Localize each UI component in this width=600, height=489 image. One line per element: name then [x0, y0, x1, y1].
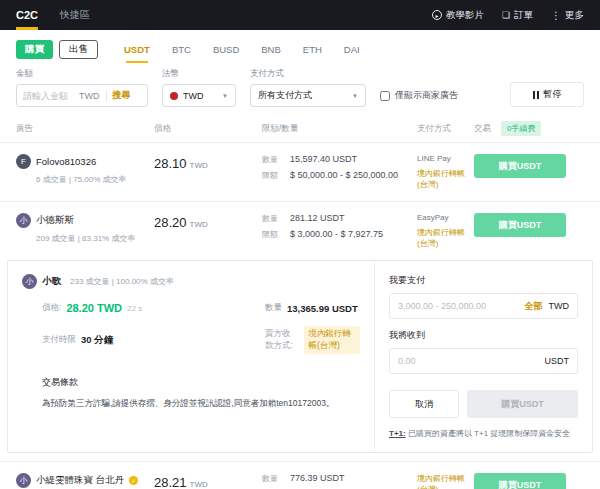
header-limit-qty: 限額/數量 [262, 123, 417, 135]
receive-currency: USDT [545, 356, 570, 366]
avatar: 小 [16, 213, 31, 228]
header-price: 價格 [154, 123, 262, 135]
receive-label: 我將收到 [389, 329, 578, 342]
seller-info[interactable]: 小 小緹雯體珠寶 台北丹 ✓ 587 成交量 | 100.00% 成交率 [16, 473, 154, 489]
header-ad: 廣告 [16, 123, 154, 135]
seller-name[interactable]: 小歌 [42, 275, 61, 288]
price-countdown: 22 s [127, 304, 142, 313]
buy-usdt-button[interactable]: 購買USDT [474, 154, 566, 178]
price-currency: TWD [190, 161, 208, 170]
orders-link[interactable]: ❏ 訂單 [502, 9, 533, 22]
seller-stats: 233 成交量 | 100.00% 成交率 [70, 276, 174, 287]
merchant-only-option: 僅顯示商家廣告 [380, 84, 458, 107]
qty-value: 776.39 USDT [290, 473, 345, 484]
merchant-only-label: 僅顯示商家廣告 [395, 89, 458, 102]
header-payment: 支付方式 [417, 123, 474, 135]
pause-button[interactable]: 暫停 [510, 82, 584, 107]
amount-currency: TWD [79, 91, 100, 101]
payment-method: 境內銀行轉帳(台灣) [417, 473, 470, 489]
amount-input-group: TWD 搜尋 [16, 84, 148, 107]
qty-value: 15,597.40 USDT [290, 154, 357, 165]
search-button[interactable]: 搜尋 [113, 89, 131, 102]
merchant-only-checkbox[interactable] [380, 91, 390, 101]
avatar: 小 [22, 274, 37, 289]
price-label: 價格: [42, 302, 61, 314]
offer-detail-panel: 小 小歌 233 成交量 | 100.00% 成交率 價格: 28.20 TWD… [8, 261, 374, 452]
payment-cell: LINE Pay 境內銀行轉帳(台灣) [417, 154, 474, 190]
trade-terms: 交易條款 為預防第三方詐騙,請提供存摺、身分證並視訊認證,同意者加賴ten101… [42, 376, 360, 410]
spacer [0, 453, 600, 461]
table-header: 廣告 價格 限額/數量 支付方式 交易 0手續費 [0, 117, 600, 142]
price-cell: 28.10TWD [154, 154, 262, 172]
cancel-button[interactable]: 取消 [389, 390, 459, 418]
seller-stats: 209 成交量 | 83.31% 成交率 [16, 233, 154, 244]
tab-busd[interactable]: BUSD [213, 38, 239, 61]
terms-body: 為預防第三方詐騙,請提供存摺、身分證並視訊認證,同意者加賴ten10172003… [42, 397, 360, 410]
verified-badge-icon: ✓ [129, 476, 138, 485]
bank-transfer-tag: 境內銀行轉帳(台灣) [304, 326, 360, 354]
zero-fee-badge: 0手續費 [501, 121, 541, 136]
price-currency: TWD [190, 480, 208, 489]
tplus-prefix: T+1: [389, 429, 406, 438]
all-button[interactable]: 全部 [525, 300, 543, 313]
tab-bnb[interactable]: BNB [261, 38, 281, 61]
limit-label: 限額 [262, 170, 290, 181]
qty-limit-cell: 數量281.12 USDT 限額$ 3,000.00 - $ 7,927.75 [262, 213, 417, 240]
receive-amount-input[interactable] [398, 356, 539, 366]
top-bar: C2C 快捷區 ▸ 教學影片 ❏ 訂單 ⋮ 更多 [0, 0, 600, 30]
orders-label: 訂單 [514, 9, 533, 22]
buy-usdt-submit-button[interactable]: 購買USDT [467, 390, 578, 418]
fiat-select[interactable]: TWD ▼ [162, 84, 236, 107]
divider [106, 90, 107, 102]
vertical-dots-icon: ⋮ [551, 10, 561, 21]
seller-info[interactable]: 小 小德斯斯 209 成交量 | 83.31% 成交率 [16, 213, 154, 244]
seller-name[interactable]: Folovo810326 [36, 156, 96, 167]
more-label: 更多 [565, 9, 584, 22]
buy-usdt-button[interactable]: 購買USDT [474, 213, 566, 237]
amount-input[interactable] [23, 91, 79, 101]
chevron-down-icon: ▼ [222, 93, 228, 99]
c2c-brand-tab[interactable]: C2C [16, 0, 38, 30]
receive-input-group: USDT [389, 348, 578, 374]
seller-info[interactable]: F Folovo810326 6 成交量 | 75.00% 成交率 [16, 154, 154, 185]
price-value: 28.20 TWD [66, 302, 122, 314]
pay-label: 我要支付 [389, 274, 578, 287]
tab-eth[interactable]: ETH [303, 38, 322, 61]
price-value: 28.20 [154, 215, 187, 230]
seller-name[interactable]: 小緹雯體珠寶 台北丹 [36, 474, 124, 487]
pause-label: 暫停 [544, 88, 562, 101]
avatar: F [16, 154, 31, 169]
payment-select[interactable]: 所有支付方式 ▼ [250, 84, 366, 107]
offer-row: 小 小德斯斯 209 成交量 | 83.31% 成交率 28.20TWD 數量2… [0, 201, 600, 260]
offer-row: F Folovo810326 6 成交量 | 75.00% 成交率 28.10T… [0, 142, 600, 201]
pay-input-group: 全部 TWD [389, 293, 578, 319]
qty-value: 13,365.99 USDT [287, 303, 358, 314]
buy-tab[interactable]: 購買 [16, 40, 53, 59]
payment-filter: 支付方式 所有支付方式 ▼ [250, 68, 366, 107]
fiat-filter: 法幣 TWD ▼ [162, 68, 236, 107]
time-label: 支付時限 [42, 334, 76, 346]
pay-amount-input[interactable] [398, 301, 519, 311]
seller-name[interactable]: 小德斯斯 [36, 214, 74, 227]
sell-tab[interactable]: 出售 [59, 40, 98, 59]
tplus-note: T+1: 已購買的資產將以 T+1 提現限制保障資金安全 [389, 428, 578, 439]
tutorial-link[interactable]: ▸ 教學影片 [432, 9, 484, 22]
offer-row: 小 小緹雯體珠寶 台北丹 ✓ 587 成交量 | 100.00% 成交率 28.… [0, 461, 600, 489]
header-trade: 交易 0手續費 [474, 121, 592, 136]
price-value: 28.10 [154, 156, 187, 171]
tab-dai[interactable]: DAI [344, 38, 360, 61]
fiat-value: TWD [183, 91, 217, 101]
buy-form-panel: 我要支付 全部 TWD 我將收到 USDT 取消 購買USDT T+1: 已購買… [374, 261, 592, 452]
buy-usdt-button[interactable]: 購買USDT [474, 473, 566, 489]
more-menu[interactable]: ⋮ 更多 [551, 9, 584, 22]
quick-zone-tab[interactable]: 快捷區 [60, 8, 90, 22]
tab-usdt[interactable]: USDT [124, 38, 150, 61]
chevron-down-icon: ▼ [352, 93, 358, 99]
payment-method: EasyPay [417, 213, 449, 222]
payment-method: 境內銀行轉帳(台灣) [417, 168, 470, 190]
payment-cell: 境內銀行轉帳(台灣) WeChat Alipay [417, 473, 474, 489]
method-label: 賣方收款方式: [265, 328, 299, 352]
payment-label: 支付方式 [250, 68, 366, 80]
tutorial-label: 教學影片 [446, 9, 484, 22]
tab-btc[interactable]: BTC [172, 38, 191, 61]
